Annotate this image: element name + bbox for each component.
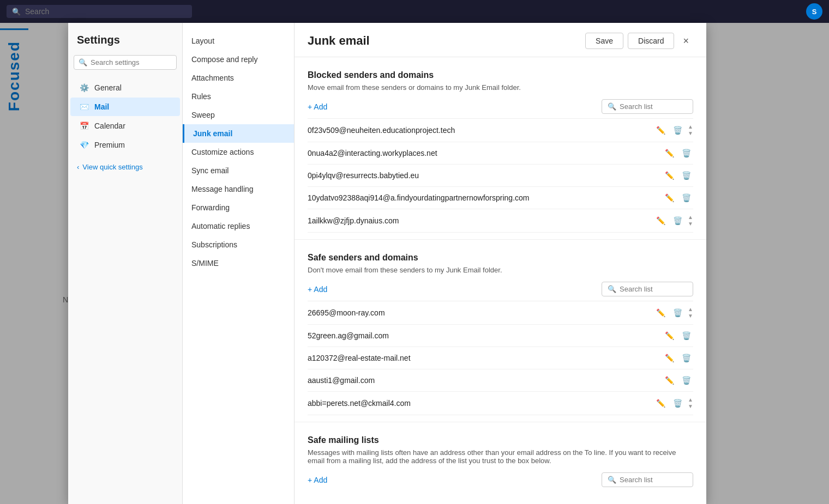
close-button[interactable]: × [678, 33, 693, 49]
edit-button[interactable]: ✏️ [663, 192, 676, 203]
nav-smime[interactable]: S/MIME [183, 254, 294, 272]
calendar-icon: 📅 [79, 121, 89, 131]
nav-forwarding[interactable]: Forwarding [183, 198, 294, 217]
view-quick-settings-link[interactable]: ‹ View quick settings [68, 159, 182, 175]
delete-button[interactable]: 🗑️ [680, 375, 693, 386]
blocked-search-list-box[interactable]: 🔍 [602, 99, 693, 114]
email-actions: ✏️ 🗑️ [663, 375, 693, 386]
nav-rules[interactable]: Rules [183, 87, 294, 106]
email-address: aausti1@gmail.com [308, 376, 375, 385]
safe-add-button[interactable]: + Add [308, 283, 327, 296]
edit-button[interactable]: ✏️ [663, 375, 676, 386]
sidebar-item-general[interactable]: ⚙️ General [70, 78, 180, 97]
safe-search-icon: 🔍 [608, 285, 616, 293]
up-arrow[interactable]: ▲ [688, 307, 693, 312]
mail-icon: ✉️ [79, 102, 89, 112]
blocked-senders-title: Blocked senders and domains [308, 70, 693, 80]
blocked-search-input[interactable] [620, 102, 687, 111]
avatar[interactable]: S [806, 3, 822, 20]
email-address: 10ydatvo92388aqi914@a.findyourdatingpart… [308, 193, 529, 202]
blocked-add-button[interactable]: + Add [308, 100, 327, 113]
scroll-arrows: ▲ ▼ [688, 307, 693, 319]
nav-sync-email[interactable]: Sync email [183, 161, 294, 180]
delete-button[interactable]: 🗑️ [671, 307, 684, 318]
safe-senders-desc: Don't move email from these senders to m… [308, 266, 693, 274]
delete-button[interactable]: 🗑️ [680, 353, 693, 363]
safe-mailing-search-input[interactable] [620, 476, 687, 484]
delete-button[interactable]: 🗑️ [680, 192, 693, 203]
sidebar-label-calendar: Calendar [94, 122, 125, 130]
nav-attachments[interactable]: Attachments [183, 69, 294, 87]
nav-junk-email[interactable]: Junk email [183, 124, 294, 143]
nav-subscriptions[interactable]: Subscriptions [183, 235, 294, 254]
settings-nav: Layout Compose and reply Attachments Rul… [183, 23, 295, 504]
email-actions: ✏️ 🗑️ [663, 148, 693, 159]
save-button[interactable]: Save [585, 33, 623, 49]
safe-mailing-search-list-box[interactable]: 🔍 [602, 472, 693, 487]
search-settings-box[interactable]: 🔍 [74, 55, 177, 70]
edit-button[interactable]: ✏️ [663, 353, 676, 363]
discard-button[interactable]: Discard [628, 33, 674, 49]
edit-button[interactable]: ✏️ [663, 148, 676, 159]
settings-title: Settings [68, 34, 182, 55]
delete-button[interactable]: 🗑️ [680, 148, 693, 159]
sidebar-label-premium: Premium [94, 141, 125, 149]
safe-search-list-box[interactable]: 🔍 [602, 282, 693, 296]
nav-customize-actions[interactable]: Customize actions [183, 143, 294, 161]
down-arrow[interactable]: ▼ [688, 404, 693, 409]
top-bar: 🔍 S [0, 0, 829, 23]
search-settings-icon: 🔍 [79, 58, 87, 66]
nav-compose-reply[interactable]: Compose and reply [183, 50, 294, 69]
blocked-search-icon: 🔍 [608, 102, 616, 111]
top-search-box[interactable]: 🔍 [7, 5, 192, 18]
email-address: abbi=perets.net@ckmail4.com [308, 399, 411, 408]
sidebar-item-calendar[interactable]: 📅 Calendar [70, 117, 180, 135]
safe-search-input[interactable] [620, 285, 687, 293]
scroll-arrows: ▲ ▼ [688, 215, 693, 227]
page-title: Junk email [308, 34, 370, 48]
email-actions: ✏️ 🗑️ ▲ ▼ [654, 215, 693, 227]
table-row: 10ydatvo92388aqi914@a.findyourdatingpart… [308, 187, 693, 209]
delete-button[interactable]: 🗑️ [671, 215, 684, 226]
sidebar-item-premium[interactable]: 💎 Premium [70, 136, 180, 154]
delete-button[interactable]: 🗑️ [680, 170, 693, 181]
down-arrow[interactable]: ▼ [688, 131, 693, 136]
sidebar-label-general: General [94, 83, 122, 92]
email-address: 0f23v509@neuheiten.educationproject.tech [308, 126, 455, 135]
settings-panel: Settings 🔍 ⚙️ General ✉️ Mail 📅 Calendar… [68, 23, 706, 504]
settings-content[interactable]: Blocked senders and domains Move email f… [295, 57, 706, 504]
nav-sweep[interactable]: Sweep [183, 106, 294, 124]
edit-button[interactable]: ✏️ [654, 398, 668, 409]
down-arrow[interactable]: ▼ [688, 313, 693, 319]
email-address: 26695@moon-ray.com [308, 308, 385, 317]
nav-message-handling[interactable]: Message handling [183, 180, 294, 198]
table-row: 26695@moon-ray.com ✏️ 🗑️ ▲ ▼ [308, 301, 693, 325]
email-actions: ✏️ 🗑️ [663, 192, 693, 203]
safe-mailing-add-button[interactable]: + Add [308, 473, 327, 487]
scroll-arrows: ▲ ▼ [688, 124, 693, 136]
up-arrow[interactable]: ▲ [688, 397, 693, 403]
table-row: abbi=perets.net@ckmail4.com ✏️ 🗑️ ▲ ▼ [308, 392, 693, 415]
edit-button[interactable]: ✏️ [663, 170, 676, 181]
search-settings-input[interactable] [91, 58, 172, 66]
safe-email-list: 26695@moon-ray.com ✏️ 🗑️ ▲ ▼ 52green.ag@… [308, 301, 693, 415]
delete-button[interactable]: 🗑️ [671, 125, 684, 136]
nav-automatic-replies[interactable]: Automatic replies [183, 217, 294, 235]
delete-button[interactable]: 🗑️ [680, 330, 693, 341]
sidebar-item-mail[interactable]: ✉️ Mail [70, 98, 180, 116]
email-actions: ✏️ 🗑️ [663, 330, 693, 341]
top-search-input[interactable] [25, 7, 187, 16]
edit-button[interactable]: ✏️ [654, 125, 668, 136]
nav-layout[interactable]: Layout [183, 32, 294, 50]
safe-senders-add-row: + Add 🔍 [308, 282, 693, 296]
down-arrow[interactable]: ▼ [688, 221, 693, 227]
delete-button[interactable]: 🗑️ [671, 398, 684, 409]
up-arrow[interactable]: ▲ [688, 124, 693, 130]
edit-button[interactable]: ✏️ [654, 215, 668, 226]
edit-button[interactable]: ✏️ [663, 330, 676, 341]
edit-button[interactable]: ✏️ [654, 307, 668, 318]
up-arrow[interactable]: ▲ [688, 215, 693, 220]
email-address: 1ailkkw@zjfjp.dynaius.com [308, 216, 399, 225]
settings-header: Junk email Save Discard × [295, 23, 706, 57]
blocked-senders-add-row: + Add 🔍 [308, 99, 693, 114]
